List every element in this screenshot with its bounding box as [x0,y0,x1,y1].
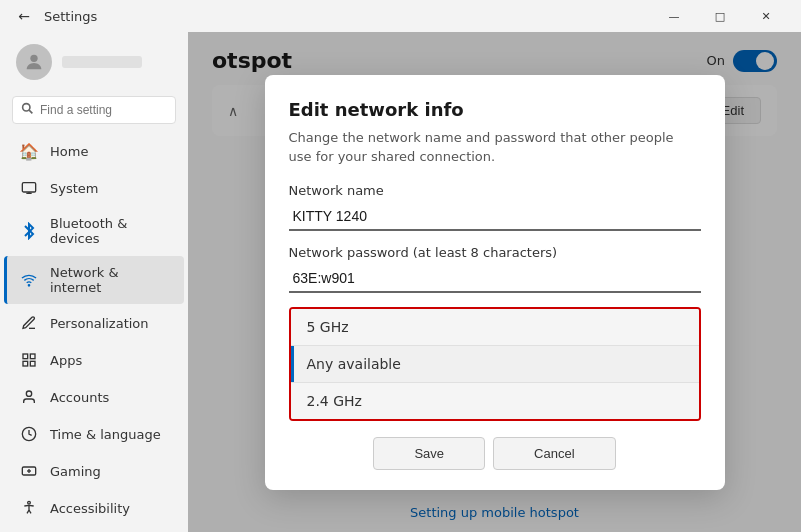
sidebar: 🏠 Home System Bluetooth & devices Netw [0,32,188,532]
sidebar-item-accessibility[interactable]: Accessibility [4,490,184,526]
back-icon: ← [18,8,30,24]
sidebar-label-time: Time & language [50,427,161,442]
sidebar-item-system[interactable]: System [4,170,184,206]
sidebar-item-network[interactable]: Network & internet [4,256,184,304]
content-area: otspot On ∧ Edit Setting up mobile hotsp… [188,32,801,532]
time-icon [20,425,38,443]
avatar [16,44,52,80]
frequency-selector: 5 GHz Any available 2.4 GHz [289,307,701,421]
bluetooth-icon [20,222,38,240]
sidebar-label-accounts: Accounts [50,390,109,405]
system-icon [20,179,38,197]
freq-option-24ghz[interactable]: 2.4 GHz [291,382,699,419]
edit-network-dialog: Edit network info Change the network nam… [265,75,725,490]
freq-label-24ghz: 2.4 GHz [307,393,362,409]
sidebar-item-apps[interactable]: Apps [4,342,184,378]
sidebar-label-network: Network & internet [50,265,168,295]
password-label: Network password (at least 8 characters) [289,245,701,260]
main-layout: 🏠 Home System Bluetooth & devices Netw [0,32,801,532]
search-icon [21,102,34,118]
minimize-button[interactable]: — [651,0,697,32]
accessibility-icon [20,499,38,517]
svg-line-2 [29,110,32,113]
maximize-icon: □ [715,10,725,23]
titlebar: ← Settings — □ ✕ [0,0,801,32]
sidebar-item-bluetooth[interactable]: Bluetooth & devices [4,207,184,255]
gaming-icon [20,462,38,480]
dialog-overlay: Edit network info Change the network nam… [188,32,801,532]
freq-option-5ghz[interactable]: 5 GHz [291,309,699,345]
sidebar-item-home[interactable]: 🏠 Home [4,133,184,169]
svg-point-0 [30,55,37,62]
username-placeholder [62,56,142,68]
titlebar-title: Settings [44,9,97,24]
svg-point-6 [28,285,29,286]
search-box[interactable] [12,96,176,124]
freq-label-5ghz: 5 GHz [307,319,349,335]
sidebar-label-bluetooth: Bluetooth & devices [50,216,168,246]
freq-label-any: Any available [307,356,401,372]
freq-option-any[interactable]: Any available [291,345,699,382]
maximize-button[interactable]: □ [697,0,743,32]
sidebar-label-system: System [50,181,98,196]
sidebar-nav: 🏠 Home System Bluetooth & devices Netw [0,132,188,532]
apps-icon [20,351,38,369]
password-input[interactable] [289,265,701,293]
search-input[interactable] [40,103,167,117]
sidebar-item-time[interactable]: Time & language [4,416,184,452]
network-icon [20,271,38,289]
dialog-description: Change the network name and password tha… [289,128,701,167]
sidebar-label-home: Home [50,144,88,159]
sidebar-label-accessibility: Accessibility [50,501,130,516]
svg-rect-10 [30,361,35,366]
sidebar-item-accounts[interactable]: Accounts [4,379,184,415]
cancel-button[interactable]: Cancel [493,437,615,470]
svg-rect-9 [23,361,28,366]
svg-point-16 [28,501,31,504]
back-button[interactable]: ← [12,4,36,28]
svg-point-1 [23,104,30,111]
svg-point-11 [26,391,31,396]
sidebar-label-apps: Apps [50,353,82,368]
close-icon: ✕ [761,10,770,23]
save-button[interactable]: Save [373,437,485,470]
accounts-icon [20,388,38,406]
svg-rect-7 [23,354,28,359]
sidebar-label-personalization: Personalization [50,316,149,331]
sidebar-item-personalization[interactable]: Personalization [4,305,184,341]
network-name-label: Network name [289,183,701,198]
sidebar-item-gaming[interactable]: Gaming [4,453,184,489]
personalization-icon [20,314,38,332]
dialog-title: Edit network info [289,99,701,120]
home-icon: 🏠 [20,142,38,160]
dialog-actions: Save Cancel [289,437,701,470]
svg-rect-3 [22,183,35,192]
user-section [0,32,188,92]
network-name-input[interactable] [289,203,701,231]
close-button[interactable]: ✕ [743,0,789,32]
minimize-icon: — [669,10,680,23]
window-controls: — □ ✕ [651,0,789,32]
sidebar-label-gaming: Gaming [50,464,101,479]
svg-rect-8 [30,354,35,359]
